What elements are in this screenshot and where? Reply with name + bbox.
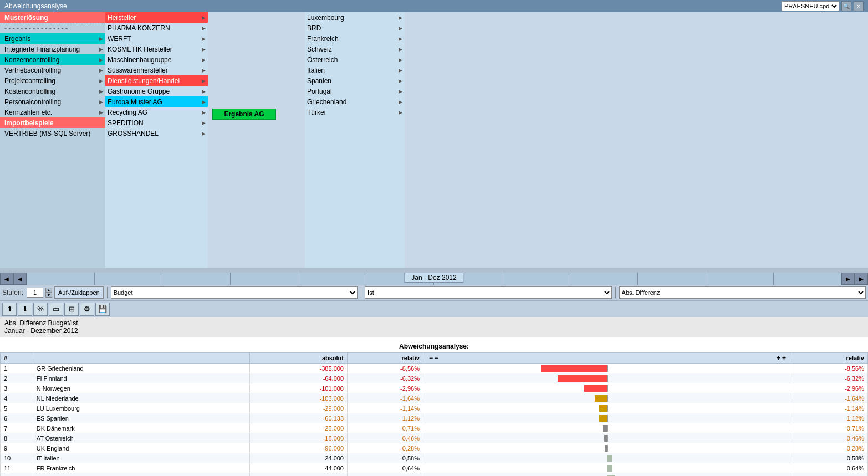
timeline-period[interactable]: Jan - Dez 2012 bbox=[404, 273, 463, 283]
search-btn[interactable]: 🔍 bbox=[841, 1, 851, 11]
company-arrow: ▶ bbox=[202, 68, 206, 73]
cell-absolut: 24.000 bbox=[249, 453, 347, 463]
timeline-next-btn[interactable]: ▶ bbox=[841, 273, 855, 285]
company-item-grosshandel[interactable]: GROSSHANDEL ▶ bbox=[105, 128, 208, 139]
company-item-kosmetik[interactable]: KOSMETIK Hersteller ▶ bbox=[105, 44, 208, 54]
nav-item-finanzplanung[interactable]: Integrierte Finanzplanung ▶ bbox=[0, 44, 105, 54]
country-item-schweiz[interactable]: Schweiz ▶ bbox=[305, 44, 405, 54]
company-item-gastronomie[interactable]: Gastronomie Gruppe ▶ bbox=[105, 86, 208, 96]
cell-chart bbox=[423, 463, 792, 473]
table-row[interactable]: 12 CH Schweiz 30.000 1,01% 1,01% bbox=[1, 473, 868, 477]
cell-rank: 11 bbox=[1, 463, 33, 473]
toolbar-divider2 bbox=[361, 287, 361, 298]
country-arrow: ▶ bbox=[399, 78, 402, 84]
table-row[interactable]: 6 ES Spanien -60.133 -1,12% -1,12% bbox=[1, 413, 868, 423]
toolbar-divider1 bbox=[107, 287, 108, 298]
timeline-prev-btn[interactable]: ◀ bbox=[0, 273, 13, 285]
country-item-italien[interactable]: Italien ▶ bbox=[305, 65, 405, 75]
stufen-up-btn[interactable]: ▲ bbox=[45, 288, 52, 293]
nav-arrow: ▶ bbox=[99, 78, 103, 84]
cell-rank: 12 bbox=[1, 473, 33, 477]
cell-relativ: -8,56% bbox=[348, 364, 423, 373]
nav-item-vertrieb-sql[interactable]: VERTRIEB (MS-SQL Server) bbox=[0, 128, 105, 139]
timeline-prev2-btn[interactable]: ◀ bbox=[13, 273, 27, 285]
cell-chart bbox=[423, 383, 792, 393]
company-item-spedition[interactable]: SPEDITION ▶ bbox=[105, 117, 208, 128]
company-item-maschinenbaug[interactable]: Maschinenbaugruppe ▶ bbox=[105, 54, 208, 65]
ergebnis-box[interactable]: Ergebnis AG bbox=[212, 109, 276, 120]
cell-name: UK England bbox=[33, 443, 249, 453]
cell-rank: 7 bbox=[1, 423, 33, 433]
company-arrow: ▶ bbox=[202, 47, 206, 52]
nav-item-konzerncontrolling[interactable]: Konzerncontrolling ▶ bbox=[0, 54, 105, 65]
cell-chart bbox=[423, 443, 792, 453]
table-row[interactable]: 3 N Norwegen -101.000 -2,96% -2,96% bbox=[1, 383, 868, 393]
company-item-werft[interactable]: WERFT ▶ bbox=[105, 33, 208, 44]
cell-rank: 10 bbox=[1, 453, 33, 463]
file-selector[interactable]: PRAESNEU.cpd bbox=[782, 1, 839, 11]
company-item-hersteller[interactable]: Hersteller ▶ bbox=[105, 12, 208, 23]
country-item-spanien[interactable]: Spanien ▶ bbox=[305, 75, 405, 86]
settings-icon-btn[interactable]: ⚙ bbox=[80, 303, 94, 316]
stufen-input[interactable] bbox=[27, 288, 43, 298]
cell-rank: 3 bbox=[1, 383, 33, 393]
sort-desc-icon-btn[interactable]: ⬇ bbox=[18, 303, 32, 316]
country-item-griechenland[interactable]: Griechenland ▶ bbox=[305, 96, 405, 107]
country-item-portugal[interactable]: Portugal ▶ bbox=[305, 86, 405, 96]
stufen-down-btn[interactable]: ▼ bbox=[45, 293, 52, 298]
company-arrow: ▶ bbox=[202, 120, 206, 126]
sort-asc-icon-btn[interactable]: ⬆ bbox=[2, 303, 17, 316]
cell-absolut: -385.000 bbox=[249, 364, 347, 373]
app-title: Abweichungsanalyse bbox=[4, 2, 67, 10]
nav-item-importbeispiele[interactable]: Importbeispiele bbox=[0, 117, 105, 128]
country-item-frankreich[interactable]: Frankreich ▶ bbox=[305, 33, 405, 44]
aufzuklappen-btn[interactable]: Auf-/Zuklappen bbox=[54, 286, 104, 299]
stufen-label: Stufen: bbox=[2, 289, 23, 296]
table-row[interactable]: 11 FR Frankreich 44.000 0,64% 0,64% bbox=[1, 463, 868, 473]
horizontal-scrollbar[interactable] bbox=[0, 268, 868, 273]
country-item-brd[interactable]: BRD ▶ bbox=[305, 23, 405, 33]
company-arrow: ▶ bbox=[202, 78, 206, 84]
company-arrow: ▶ bbox=[202, 57, 206, 63]
company-item-suessw[interactable]: Süsswarenhersteller ▶ bbox=[105, 65, 208, 75]
table-row[interactable]: 9 UK England -96.000 -0,28% -0,28% bbox=[1, 443, 868, 453]
ist-select[interactable]: Ist bbox=[365, 286, 611, 299]
table-row[interactable]: 7 DK Dänemark -25.000 -0,71% -0,71% bbox=[1, 423, 868, 433]
nav-item-kennzahlen[interactable]: Kennzahlen etc. ▶ bbox=[0, 107, 105, 117]
filter-icon-btn[interactable]: ⊞ bbox=[64, 303, 79, 316]
table-row[interactable]: 8 AT Österreich -18.000 -0,46% -0,46% bbox=[1, 433, 868, 443]
close-btn[interactable]: ✕ bbox=[854, 1, 864, 11]
nav-item-vertriebscontrolling[interactable]: Vertriebscontrolling ▶ bbox=[0, 65, 105, 75]
table-row[interactable]: 4 NL Niederlande -103.000 -1,64% -1,64% bbox=[1, 393, 868, 403]
percent-icon-btn[interactable]: % bbox=[33, 303, 48, 316]
nav-item-projektcontrolling[interactable]: Projektcontrolling ▶ bbox=[0, 75, 105, 86]
company-arrow: ▶ bbox=[202, 131, 206, 136]
company-item-pharma[interactable]: PHARMA KONZERN ▶ bbox=[105, 23, 208, 33]
nav-arrow: ▶ bbox=[99, 110, 103, 115]
nav-item-kostencontrolling[interactable]: Kostencontrolling ▶ bbox=[0, 86, 105, 96]
company-item-recycling[interactable]: Recycling AG ▶ bbox=[105, 107, 208, 117]
absdiff-select[interactable]: Abs. Differenz bbox=[619, 286, 866, 299]
company-panel: Hersteller ▶ PHARMA KONZERN ▶ WERFT ▶ KO… bbox=[105, 12, 208, 285]
analysis-header-line1: Abs. Differenz Budget/Ist bbox=[4, 319, 864, 327]
cell-rank: 4 bbox=[1, 393, 33, 403]
company-item-dienstleistungen[interactable]: Dienstleistungen/Handel ▶ bbox=[105, 75, 208, 86]
table-row[interactable]: 2 FI Finnland -64.000 -6,32% -6,32% bbox=[1, 373, 868, 383]
timeline-bar: ◀ ◀ Jan - Dez 2012 ▶ ▶ bbox=[0, 273, 868, 285]
stufen-spinner[interactable]: ▲ ▼ bbox=[45, 288, 52, 298]
cell-absolut: -25.000 bbox=[249, 423, 347, 433]
country-item-luxembourg[interactable]: Luxembourg ▶ bbox=[305, 12, 405, 23]
table-row[interactable]: 1 GR Griechenland -385.000 -8,56% -8,56% bbox=[1, 364, 868, 373]
chart-icon-btn[interactable]: ▭ bbox=[49, 303, 63, 316]
table-row[interactable]: 5 LU Luxembourg -29.000 -1,14% -1,14% bbox=[1, 403, 868, 413]
timeline-next2-btn[interactable]: ▶ bbox=[855, 273, 868, 285]
nav-item-musterlosung[interactable]: Musterlösung bbox=[0, 12, 105, 23]
nav-item-ergebnis[interactable]: Ergebnis ▶ bbox=[0, 33, 105, 44]
company-item-europa-muster[interactable]: Europa Muster AG ▶ bbox=[105, 96, 208, 107]
country-item-oesterreich[interactable]: Österreich ▶ bbox=[305, 54, 405, 65]
country-item-tuerkei[interactable]: Türkei ▶ bbox=[305, 107, 405, 117]
save-icon-btn[interactable]: 💾 bbox=[95, 303, 110, 316]
table-row[interactable]: 10 IT Italien 24.000 0,58% 0,58% bbox=[1, 453, 868, 463]
nav-item-personalcontrolling[interactable]: Personalcontrolling ▶ bbox=[0, 96, 105, 107]
budget-select[interactable]: Budget bbox=[111, 286, 358, 299]
